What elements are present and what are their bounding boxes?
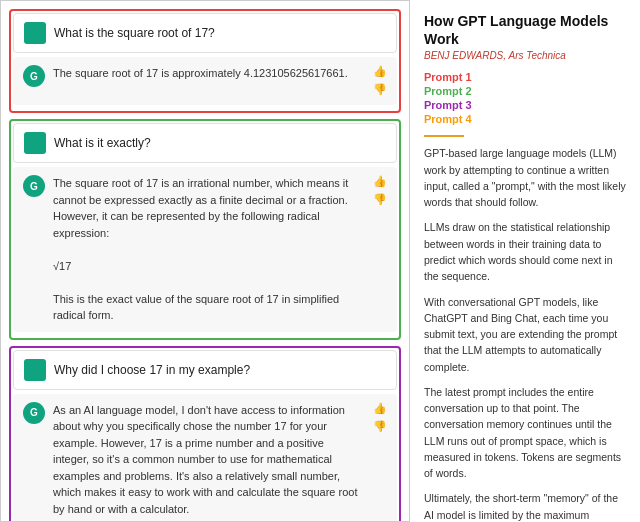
conversation-group-3: Why did I choose 17 in my example? G As …	[9, 346, 401, 523]
thumbs-down-icon[interactable]: 👎	[373, 193, 387, 207]
info-panel: How GPT Language Models Work BENJ EDWARD…	[410, 0, 640, 522]
ai-text: The square root of 17 is approximately 4…	[53, 65, 361, 82]
ai-message: G The square root of 17 is approximately…	[13, 57, 397, 105]
prompt-item: Prompt 3	[424, 99, 626, 111]
user-text: What is it exactly?	[54, 136, 386, 150]
thumbs-down-icon[interactable]: 👎	[373, 420, 387, 434]
ai-actions: 👍 👎	[373, 65, 387, 97]
ai-message: G As an AI language model, I don't have …	[13, 394, 397, 523]
conversation-panel[interactable]: What is the square root of 17? G The squ…	[0, 0, 410, 522]
prompt-item: Prompt 1	[424, 71, 626, 83]
prompt-item: Prompt 2	[424, 85, 626, 97]
byline-name: BENJ EDWARDS,	[424, 50, 508, 61]
user-message: What is the square root of 17?	[13, 13, 397, 53]
thumbs-down-icon[interactable]: 👎	[373, 83, 387, 97]
user-text: What is the square root of 17?	[54, 26, 386, 40]
ai-actions: 👍 👎	[373, 175, 387, 207]
panel-title: How GPT Language Models Work	[424, 12, 626, 48]
thumbs-up-icon[interactable]: 👍	[373, 65, 387, 79]
prompt-list: Prompt 1Prompt 2Prompt 3Prompt 4	[424, 71, 626, 125]
panel-byline: BENJ EDWARDS, Ars Technica	[424, 50, 626, 61]
user-message: Why did I choose 17 in my example?	[13, 350, 397, 390]
user-text: Why did I choose 17 in my example?	[54, 363, 386, 377]
ai-icon: G	[23, 65, 45, 87]
ai-actions: 👍 👎	[373, 402, 387, 434]
body-paragraph: With conversational GPT models, like Cha…	[424, 294, 626, 375]
user-icon	[24, 132, 46, 154]
user-icon	[24, 22, 46, 44]
thumbs-up-icon[interactable]: 👍	[373, 402, 387, 416]
body-paragraph: LLMs draw on the statistical relationshi…	[424, 219, 626, 284]
body-paragraph: GPT-based large language models (LLM) wo…	[424, 145, 626, 210]
conversation-group-2: What is it exactly? G The square root of…	[9, 119, 401, 340]
conversation-group-1: What is the square root of 17? G The squ…	[9, 9, 401, 113]
ai-icon: G	[23, 402, 45, 424]
thumbs-up-icon[interactable]: 👍	[373, 175, 387, 189]
byline-source: Ars Technica	[508, 50, 565, 61]
body-text: GPT-based large language models (LLM) wo…	[424, 145, 626, 522]
prompt-item: Prompt 4	[424, 113, 626, 125]
ai-text: As an AI language model, I don't have ac…	[53, 402, 361, 518]
ai-message: G The square root of 17 is an irrational…	[13, 167, 397, 332]
user-icon	[24, 359, 46, 381]
user-message: What is it exactly?	[13, 123, 397, 163]
divider	[424, 135, 464, 137]
body-paragraph: The latest prompt includes the entire co…	[424, 384, 626, 482]
ai-text: The square root of 17 is an irrational n…	[53, 175, 361, 324]
ai-icon: G	[23, 175, 45, 197]
body-paragraph: Ultimately, the short-term "memory" of t…	[424, 490, 626, 522]
